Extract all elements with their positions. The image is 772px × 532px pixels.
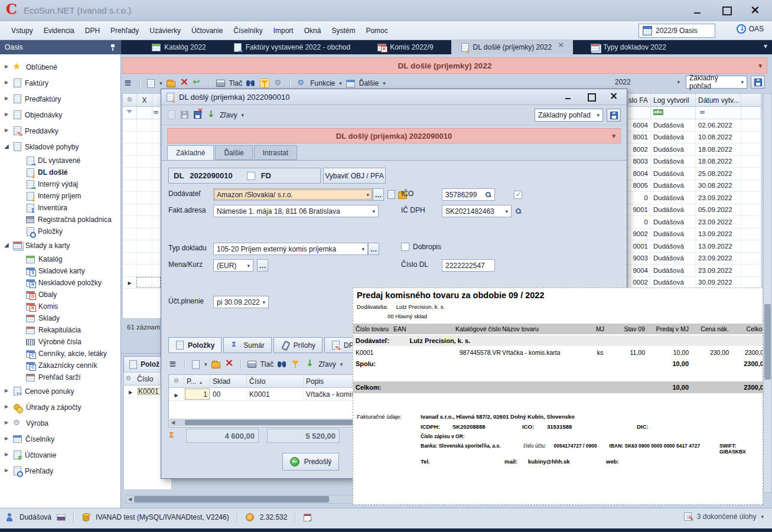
year-selector[interactable]: 2022 ▾ bbox=[613, 76, 682, 89]
print-label[interactable]: Tlač bbox=[229, 79, 243, 87]
tasks-dropdown-icon[interactable]: ▾ bbox=[761, 514, 764, 520]
table-row[interactable]: 8002Dudášová18.08.2022 bbox=[626, 143, 761, 156]
cell[interactable]: Dudášová bbox=[651, 132, 696, 143]
sidebar-item[interactable]: Faktúry bbox=[0, 75, 120, 91]
cell[interactable] bbox=[137, 240, 152, 252]
tab-close-icon[interactable] bbox=[558, 44, 563, 50]
dialog-maximize-button[interactable] bbox=[587, 93, 596, 101]
save-icon[interactable] bbox=[181, 111, 188, 119]
sidebar-item[interactable]: Prehľady bbox=[0, 463, 120, 479]
dialog-items-tab[interactable]: Položky bbox=[168, 337, 221, 353]
table-row[interactable]: 9003Dudášová23.09.2022 bbox=[626, 253, 761, 265]
empty-row[interactable] bbox=[123, 119, 161, 132]
sidebar-item[interactable]: Inventúra bbox=[0, 202, 120, 214]
oas-button[interactable]: OAS bbox=[737, 24, 764, 34]
cell[interactable] bbox=[152, 253, 161, 265]
cell[interactable] bbox=[741, 204, 761, 216]
collapse-icon[interactable] bbox=[4, 419, 13, 427]
cell[interactable]: 00 bbox=[210, 388, 247, 400]
sidebar-item[interactable]: Obaly bbox=[0, 289, 120, 301]
cell[interactable] bbox=[741, 253, 761, 265]
menu-item[interactable]: DPH bbox=[80, 24, 105, 37]
column-header[interactable]: Dátum vytv... bbox=[696, 94, 741, 106]
column-header[interactable]: Číslo bbox=[247, 375, 304, 387]
cell[interactable] bbox=[152, 143, 161, 155]
supplier-field[interactable]: Amazon /Slovakia/ s.r.o.▾ bbox=[213, 188, 373, 201]
sidebar-item[interactable]: Sklady bbox=[0, 312, 120, 324]
delete-item-icon[interactable] bbox=[224, 360, 234, 369]
table-row[interactable]: 9001Dudášová05.09.2022 bbox=[626, 204, 761, 217]
collapse-icon[interactable] bbox=[4, 127, 13, 135]
cell[interactable] bbox=[741, 192, 761, 204]
attendance-icon[interactable] bbox=[304, 514, 311, 521]
scrollbar-thumb[interactable] bbox=[764, 304, 771, 380]
menu-item[interactable]: Pomoc bbox=[360, 24, 393, 37]
cell[interactable]: 6004 bbox=[626, 119, 651, 131]
menu-item[interactable]: Číselníky bbox=[228, 24, 268, 37]
minimize-button[interactable] bbox=[692, 5, 705, 16]
sidebar-item[interactable]: Cenové ponuky bbox=[0, 383, 120, 399]
sidebar-item[interactable]: Interný príjem bbox=[0, 190, 120, 202]
discounts-dropdown-icon[interactable]: ▾ bbox=[242, 112, 245, 118]
view-selector[interactable]: Základný pohľad ▾ bbox=[686, 76, 747, 89]
discounts-dropdown-icon[interactable]: ▾ bbox=[340, 361, 343, 367]
cell[interactable]: 0001 bbox=[626, 240, 651, 252]
document-tab[interactable]: Typy dokladov 2022 bbox=[581, 40, 676, 54]
menu-toggle-icon[interactable] bbox=[123, 79, 133, 88]
currency-field[interactable]: (EUR)▾ bbox=[213, 259, 253, 272]
sidebar-item[interactable]: DL vystavené bbox=[0, 155, 120, 167]
sidebar-item[interactable]: Číselníky bbox=[0, 431, 120, 447]
sidebar-item[interactable]: Položky bbox=[0, 226, 120, 237]
cell[interactable]: Dudášová bbox=[651, 180, 696, 192]
table-row[interactable]: 9002Dudášová13.09.2022 bbox=[626, 229, 761, 241]
empty-row[interactable] bbox=[123, 132, 161, 144]
collapse-icon[interactable] bbox=[4, 63, 13, 71]
cell[interactable] bbox=[741, 156, 761, 168]
sidebar-item[interactable]: Skladové karty bbox=[0, 265, 120, 277]
cell[interactable]: 8005 bbox=[626, 180, 651, 192]
cell[interactable] bbox=[137, 204, 152, 216]
discounts-label[interactable]: Zľavy bbox=[220, 111, 237, 119]
address-field[interactable]: Námestie 1. mája 18, 811 06 Bratislava▾ bbox=[213, 205, 379, 217]
more-dropdown-icon[interactable]: ▾ bbox=[383, 80, 386, 86]
expand-icon[interactable] bbox=[4, 143, 13, 151]
cell[interactable]: 18.08.2022 bbox=[696, 143, 741, 155]
settings-icon[interactable] bbox=[273, 79, 283, 88]
table-row[interactable]: 0Dudášová23.09.2022 bbox=[626, 192, 761, 204]
print-label[interactable]: Tlač bbox=[260, 360, 274, 368]
new-item-dropdown-icon[interactable]: ▾ bbox=[204, 361, 207, 367]
grid-right-filter-row[interactable] bbox=[626, 107, 761, 119]
cell[interactable] bbox=[137, 180, 152, 192]
cell[interactable] bbox=[152, 277, 161, 289]
cell[interactable]: 8004 bbox=[626, 168, 651, 179]
scrollbar-thumb[interactable] bbox=[134, 496, 329, 502]
menu-item[interactable]: Import bbox=[268, 24, 299, 37]
cell[interactable] bbox=[741, 265, 761, 276]
cell[interactable]: 18.08.2022 bbox=[696, 156, 741, 168]
cell[interactable] bbox=[152, 156, 161, 168]
sidebar-item[interactable]: Výrobné čísla bbox=[0, 336, 120, 348]
cell[interactable] bbox=[137, 143, 152, 155]
cell[interactable]: 0 bbox=[626, 216, 651, 228]
cell[interactable]: K0001 bbox=[247, 388, 304, 400]
scrollbar-thumb[interactable] bbox=[185, 420, 362, 425]
sidebar-item[interactable]: DL došlé bbox=[0, 167, 120, 178]
sidebar-item[interactable]: Účtovanie bbox=[0, 447, 120, 463]
scroll-left-icon[interactable]: ◀ bbox=[126, 497, 134, 502]
open-item-icon[interactable] bbox=[211, 362, 220, 368]
cell[interactable] bbox=[152, 168, 161, 179]
delete-icon[interactable] bbox=[180, 79, 189, 88]
dl-number-field[interactable]: 2222222547 bbox=[442, 259, 495, 272]
tabs-overflow-button[interactable] bbox=[758, 40, 772, 54]
cell[interactable] bbox=[741, 240, 761, 252]
search-icon[interactable] bbox=[485, 191, 491, 198]
open-icon[interactable] bbox=[167, 81, 175, 87]
empty-row[interactable] bbox=[123, 156, 161, 168]
cell[interactable] bbox=[152, 240, 161, 252]
dialog-items-tab[interactable]: Sumár bbox=[223, 337, 271, 353]
sidebar-item[interactable]: Komis bbox=[0, 301, 120, 312]
sidebar-item[interactable]: Registračná pokladnica bbox=[0, 214, 120, 226]
cell[interactable] bbox=[137, 132, 152, 143]
print-icon[interactable] bbox=[216, 80, 225, 87]
cell[interactable]: 0002 bbox=[626, 277, 651, 289]
